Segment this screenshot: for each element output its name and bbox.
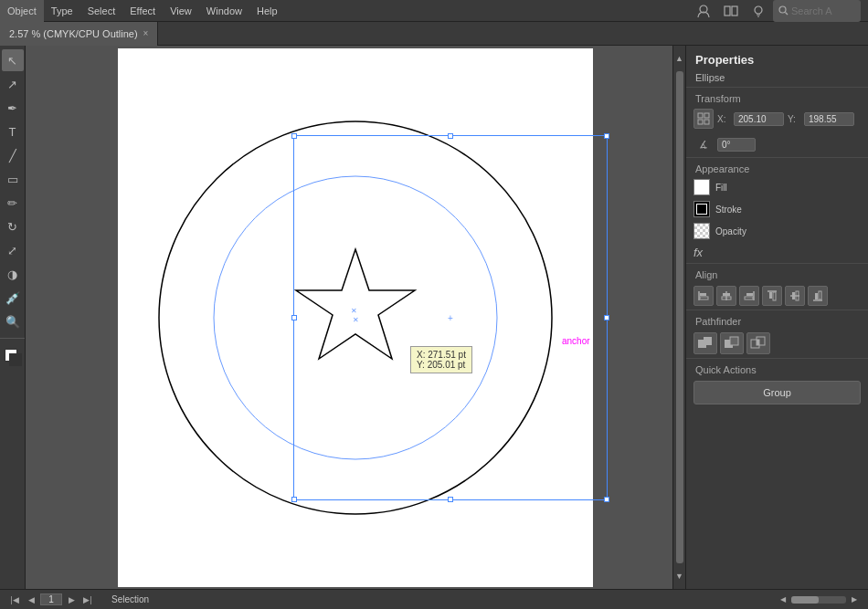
- page-number-input[interactable]: [40, 593, 62, 605]
- svg-rect-36: [757, 340, 759, 345]
- menubar: Object Type Select Effect View Window He…: [0, 0, 868, 22]
- line-tool[interactable]: ╱: [2, 144, 24, 166]
- pathfinder-minus-btn[interactable]: [720, 332, 744, 354]
- align-buttons-row: [686, 282, 868, 310]
- scroll-down-btn[interactable]: ▼: [673, 567, 686, 585]
- menu-help[interactable]: Help: [249, 0, 285, 22]
- direct-select-tool[interactable]: ↗: [2, 73, 24, 95]
- svg-rect-29: [819, 291, 821, 299]
- rotation-row: ∡: [686, 131, 868, 157]
- fill-indicator[interactable]: [2, 346, 24, 368]
- fill-row: Fill: [686, 176, 868, 198]
- current-tool-label: Selection: [111, 594, 149, 604]
- fill-color-box[interactable]: [693, 179, 710, 195]
- stroke-label: Stroke: [715, 205, 861, 215]
- svg-rect-33: [730, 337, 738, 345]
- svg-rect-31: [704, 337, 712, 345]
- profile-icon[interactable]: [691, 0, 716, 22]
- scroll-thumb[interactable]: [676, 71, 683, 563]
- align-center-v-btn[interactable]: [785, 286, 805, 306]
- document-tab[interactable]: 2.57 % (CMYK/CPU Outline) ×: [0, 22, 158, 46]
- align-center-h-btn[interactable]: [716, 286, 736, 306]
- menu-window[interactable]: Window: [199, 0, 249, 22]
- y-label: Y:: [788, 114, 800, 124]
- x-label: X:: [717, 114, 730, 124]
- artwork-svg: ✕ ✕: [118, 48, 593, 587]
- canvas-area[interactable]: ✕ ✕ + anchor X:: [26, 46, 685, 589]
- transform-grid-icon[interactable]: [693, 109, 714, 129]
- pathfinder-intersect-btn[interactable]: [746, 332, 770, 354]
- page-navigation: |◀ ◀ ▶ ▶|: [7, 593, 95, 607]
- menu-object[interactable]: Object: [0, 0, 44, 22]
- scale-tool[interactable]: ⤢: [2, 239, 24, 261]
- pathfinder-unite-btn[interactable]: [693, 332, 717, 354]
- panels-icon[interactable]: [718, 0, 744, 22]
- handle-tr[interactable]: [604, 133, 609, 139]
- search-input[interactable]: [791, 5, 855, 16]
- y-value-input[interactable]: [804, 112, 854, 126]
- svg-line-5: [786, 13, 789, 16]
- brush-tool[interactable]: ✏: [2, 192, 24, 214]
- menu-type[interactable]: Type: [44, 0, 80, 22]
- align-top-btn[interactable]: [762, 286, 782, 306]
- menu-effect[interactable]: Effect: [122, 0, 163, 22]
- zoom-tool[interactable]: 🔍: [2, 310, 24, 332]
- distribute-v-btn[interactable]: [808, 286, 828, 306]
- prev-page-btn[interactable]: ◀: [24, 593, 38, 607]
- svg-rect-13: [700, 293, 706, 296]
- next-page-btn[interactable]: ▶: [64, 593, 79, 607]
- menu-select[interactable]: Select: [80, 0, 123, 22]
- scroll-right-btn[interactable]: ▶: [848, 593, 861, 606]
- vertical-scrollbar[interactable]: ▲ ▼: [672, 46, 685, 589]
- tab-close-btn[interactable]: ×: [143, 28, 149, 38]
- opacity-box[interactable]: [693, 223, 710, 239]
- rotation-input[interactable]: [717, 138, 756, 152]
- handle-br[interactable]: [604, 497, 609, 502]
- h-scroll-thumb[interactable]: [791, 596, 819, 604]
- opacity-label: Opacity: [715, 226, 861, 236]
- artboard: ✕ ✕ + anchor X:: [118, 48, 593, 587]
- svg-point-4: [779, 6, 786, 13]
- scroll-left-btn[interactable]: ◀: [777, 593, 789, 606]
- blend-tool[interactable]: ◑: [2, 263, 24, 285]
- selection-tool[interactable]: ↖: [2, 49, 24, 71]
- align-right-btn[interactable]: [739, 286, 759, 306]
- transform-row: X: Y:: [686, 106, 868, 131]
- svg-point-3: [755, 6, 762, 14]
- svg-rect-28: [815, 293, 818, 299]
- x-value-input[interactable]: [734, 112, 784, 126]
- shape-type-label: Ellipse: [686, 70, 868, 87]
- svg-rect-2: [732, 6, 737, 16]
- fx-button[interactable]: fx: [693, 246, 703, 259]
- appearance-section-header: Appearance: [686, 157, 868, 176]
- align-left-btn[interactable]: [693, 286, 714, 306]
- handle-mr[interactable]: [604, 315, 609, 320]
- svg-rect-16: [723, 293, 730, 296]
- left-toolbar: ↖ ↗ ✒ T ╱ ▭ ✏ ↻ ⤢ ◑ 💉 🔍: [0, 46, 26, 589]
- rotation-icon: ∡: [693, 134, 714, 154]
- tabbar: 2.57 % (CMYK/CPU Outline) ×: [0, 22, 868, 46]
- svg-rect-14: [700, 297, 708, 299]
- opacity-row: Opacity: [686, 220, 868, 242]
- type-tool[interactable]: T: [2, 121, 24, 142]
- eyedropper-tool[interactable]: 💉: [2, 287, 24, 309]
- pathfinder-section-header: Pathfinder: [686, 310, 868, 329]
- svg-text:✕: ✕: [353, 316, 359, 324]
- rect-tool[interactable]: ▭: [2, 168, 24, 190]
- panel-title: Properties: [686, 46, 868, 70]
- pen-tool[interactable]: ✒: [2, 97, 24, 119]
- svg-rect-23: [773, 292, 776, 300]
- transform-section-header: Transform: [686, 87, 868, 106]
- scroll-up-btn[interactable]: ▲: [673, 49, 686, 68]
- stroke-color-box[interactable]: [693, 201, 710, 217]
- last-page-btn[interactable]: ▶|: [80, 593, 95, 607]
- first-page-btn[interactable]: |◀: [7, 593, 22, 607]
- rotate-tool[interactable]: ↻: [2, 215, 24, 237]
- menu-view[interactable]: View: [163, 0, 199, 22]
- scroll-controls: ◀ ▶: [777, 593, 861, 606]
- svg-rect-20: [745, 297, 753, 299]
- fx-section: fx: [686, 242, 868, 263]
- lightbulb-icon[interactable]: [746, 0, 771, 22]
- group-button[interactable]: Group: [693, 381, 861, 404]
- h-scroll-track[interactable]: [791, 596, 846, 604]
